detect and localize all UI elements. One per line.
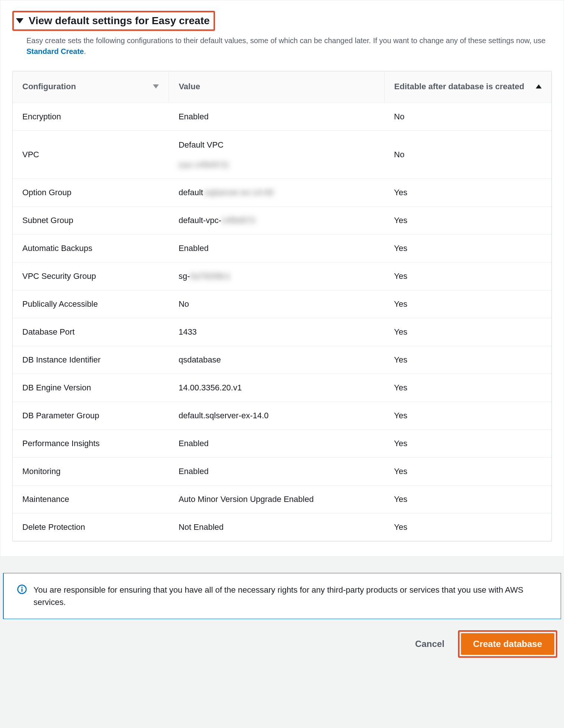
value-sub-text: 0a79208c1: [190, 271, 230, 281]
editable-cell: Yes: [384, 402, 551, 430]
value-cell: Default VPC(vpc-14f6d572): [169, 131, 384, 179]
table-row: Publically AccessibleNoYes: [13, 290, 551, 318]
editable-cell: No: [384, 103, 551, 131]
config-cell: Encryption: [13, 103, 169, 131]
expander-title: View default settings for Easy create: [29, 15, 210, 27]
table-row: Delete ProtectionNot EnabledYes: [13, 513, 551, 541]
value-sub-text: 14f6d572: [221, 216, 256, 225]
expander-description: Easy create sets the following configura…: [0, 34, 564, 64]
config-cell: Option Group: [13, 179, 169, 207]
info-icon: [17, 584, 27, 594]
editable-cell: Yes: [384, 458, 551, 486]
editable-cell: Yes: [384, 346, 551, 374]
editable-cell: Yes: [384, 290, 551, 318]
subtext-suffix: .: [84, 47, 86, 55]
value-cell: Auto Minor Version Upgrade Enabled: [169, 486, 384, 513]
create-database-button[interactable]: Create database: [461, 633, 554, 655]
editable-cell: Yes: [384, 207, 551, 235]
config-cell: VPC Security Group: [13, 262, 169, 290]
value-text: default: [179, 188, 203, 197]
value-cell: default:sqlserver-ex-14-00: [169, 179, 384, 207]
expander-toggle[interactable]: View default settings for Easy create: [12, 11, 552, 31]
value-cell: No: [169, 290, 384, 318]
col-header-configuration[interactable]: Configuration: [13, 71, 169, 103]
col-header-editable-label: Editable after database is created: [394, 82, 525, 91]
editable-cell: Yes: [384, 262, 551, 290]
table-row: Automatic BackupsEnabledYes: [13, 235, 551, 262]
svg-rect-2: [22, 589, 23, 592]
editable-cell: Yes: [384, 374, 551, 402]
config-cell: Performance Insights: [13, 430, 169, 458]
config-cell: Publically Accessible: [13, 290, 169, 318]
table-row: Subnet Groupdefault-vpc-14f6d572Yes: [13, 207, 551, 235]
table-row: MonitoringEnabledYes: [13, 458, 551, 486]
subtext-prefix: Easy create sets the following configura…: [26, 36, 545, 45]
sort-down-icon: [153, 84, 159, 88]
table-row: Database Port1433Yes: [13, 318, 551, 346]
table-row: MaintenanceAuto Minor Version Upgrade En…: [13, 486, 551, 513]
easy-create-settings-panel: View default settings for Easy create Ea…: [0, 0, 564, 557]
table-row: DB Parameter Groupdefault.sqlserver-ex-1…: [13, 402, 551, 430]
table-row: Option Groupdefault:sqlserver-ex-14-00Ye…: [13, 179, 551, 207]
value-text: default-vpc-: [179, 216, 221, 225]
value-sub-text: (vpc-14f6d572): [179, 161, 229, 169]
svg-point-1: [21, 587, 23, 588]
editable-cell: Yes: [384, 235, 551, 262]
config-cell: Maintenance: [13, 486, 169, 513]
config-cell: Subnet Group: [13, 207, 169, 235]
editable-cell: Yes: [384, 513, 551, 541]
value-cell: qsdatabase: [169, 346, 384, 374]
standard-create-link[interactable]: Standard Create: [26, 47, 84, 55]
config-cell: DB Engine Version: [13, 374, 169, 402]
config-cell: DB Parameter Group: [13, 402, 169, 430]
sort-up-icon: [536, 84, 542, 88]
value-cell: 1433: [169, 318, 384, 346]
config-cell: Database Port: [13, 318, 169, 346]
value-cell: default.sqlserver-ex-14.0: [169, 402, 384, 430]
cancel-button[interactable]: Cancel: [411, 634, 448, 654]
footer-actions: Cancel Create database: [0, 619, 564, 669]
col-header-value-label: Value: [179, 82, 200, 91]
editable-cell: No: [384, 131, 551, 179]
value-cell: 14.00.3356.20.v1: [169, 374, 384, 402]
value-cell: default-vpc-14f6d572: [169, 207, 384, 235]
value-text: Default VPC: [179, 140, 375, 151]
config-cell: VPC: [13, 131, 169, 179]
table-row: VPCDefault VPC(vpc-14f6d572)No: [13, 131, 551, 179]
editable-cell: Yes: [384, 486, 551, 513]
value-cell: Enabled: [169, 103, 384, 131]
col-header-configuration-label: Configuration: [22, 82, 76, 91]
config-cell: Automatic Backups: [13, 235, 169, 262]
table-row: Performance InsightsEnabledYes: [13, 430, 551, 458]
caret-down-icon: [16, 18, 23, 23]
responsibility-info-box: You are responsible for ensuring that yo…: [3, 573, 561, 619]
editable-cell: Yes: [384, 179, 551, 207]
highlight-annotation: View default settings for Easy create: [12, 11, 215, 31]
value-cell: Enabled: [169, 458, 384, 486]
value-cell: Enabled: [169, 430, 384, 458]
col-header-editable[interactable]: Editable after database is created: [384, 71, 551, 103]
info-text: You are responsible for ensuring that yo…: [33, 584, 549, 608]
value-text: sg-: [179, 271, 190, 281]
value-sub-text: :sqlserver-ex-14-00: [203, 188, 274, 197]
config-cell: DB Instance Identifier: [13, 346, 169, 374]
editable-cell: Yes: [384, 430, 551, 458]
config-cell: Delete Protection: [13, 513, 169, 541]
table-row: VPC Security Groupsg-0a79208c1Yes: [13, 262, 551, 290]
value-cell: sg-0a79208c1: [169, 262, 384, 290]
settings-table: Configuration Value Editable after data: [13, 71, 551, 541]
editable-cell: Yes: [384, 318, 551, 346]
config-cell: Monitoring: [13, 458, 169, 486]
table-row: DB Engine Version14.00.3356.20.v1Yes: [13, 374, 551, 402]
settings-table-card: Configuration Value Editable after data: [12, 71, 552, 542]
value-cell: Not Enabled: [169, 513, 384, 541]
table-row: EncryptionEnabledNo: [13, 103, 551, 131]
col-header-value[interactable]: Value: [169, 71, 384, 103]
value-cell: Enabled: [169, 235, 384, 262]
highlight-annotation: Create database: [458, 630, 557, 658]
table-row: DB Instance IdentifierqsdatabaseYes: [13, 346, 551, 374]
